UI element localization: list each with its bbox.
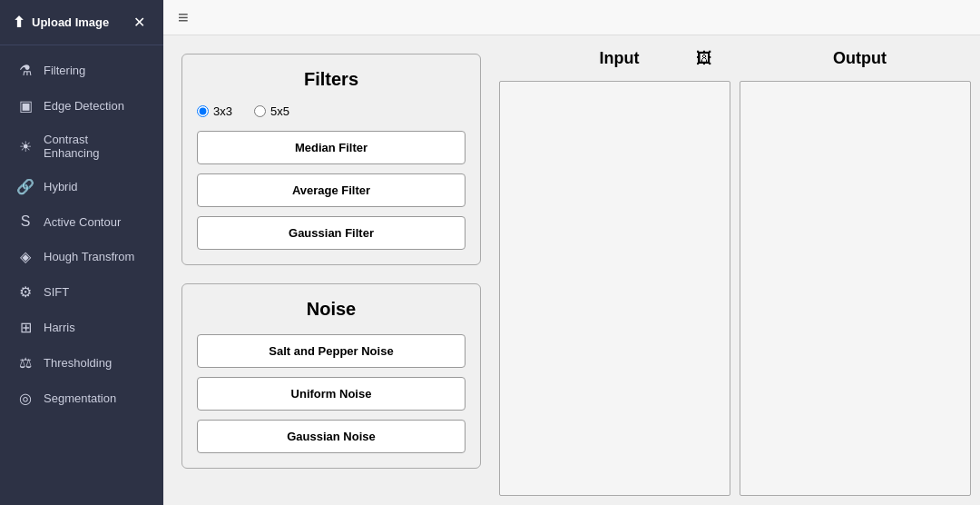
filter-size-radio-group: 3x3 5x5: [197, 104, 466, 118]
sidebar-item-hybrid[interactable]: 🔗Hybrid: [0, 169, 163, 204]
harris-label: Harris: [44, 321, 75, 334]
filters-box: Filters 3x3 5x5 Median Filter Average Fi…: [181, 54, 481, 265]
sidebar-item-thresholding[interactable]: ⚖Thresholding: [0, 345, 163, 381]
sidebar-header: ⬆ Upload Image ✕: [0, 0, 163, 45]
sift-label: SIFT: [44, 285, 69, 299]
segmentation-label: Segmentation: [44, 391, 116, 405]
output-header: Output: [740, 49, 980, 68]
radio-5x5-label[interactable]: 5x5: [254, 104, 289, 118]
sidebar-item-filtering[interactable]: ⚗Filtering: [0, 53, 163, 88]
upload-image-text: Upload Image: [32, 15, 109, 29]
median-filter-button[interactable]: Median Filter: [197, 131, 466, 164]
filtering-icon: ⚗: [16, 62, 34, 79]
output-label: Output: [833, 49, 887, 68]
uniform-noise-button[interactable]: Uniform Noise: [197, 377, 466, 411]
content-area: Filters 3x3 5x5 Median Filter Average Fi…: [163, 35, 980, 505]
gaussian-filter-button[interactable]: Gaussian Filter: [197, 216, 466, 250]
radio-3x3[interactable]: [197, 105, 209, 117]
radio-5x5[interactable]: [254, 105, 266, 117]
noise-box: Noise Salt and Pepper Noise Uniform Nois…: [181, 283, 481, 469]
hamburger-menu[interactable]: ≡: [178, 7, 189, 28]
sidebar-nav: ⚗Filtering▣Edge Detection☀Contrast Enhan…: [0, 45, 163, 505]
sidebar-item-active-contour[interactable]: SActive Contour: [0, 204, 163, 239]
main-area: ≡ Filters 3x3 5x5 Median Filter A: [163, 0, 980, 505]
upload-image-label[interactable]: ⬆ Upload Image: [13, 14, 109, 31]
filters-title: Filters: [197, 69, 466, 90]
harris-icon: ⊞: [16, 319, 34, 336]
sidebar-item-sift[interactable]: ⚙SIFT: [0, 274, 163, 310]
filters-panel: Filters 3x3 5x5 Median Filter Average Fi…: [163, 35, 499, 505]
salt-pepper-noise-button[interactable]: Salt and Pepper Noise: [197, 334, 466, 368]
topbar: ≡: [163, 0, 980, 35]
contrast-enhancing-icon: ☀: [16, 138, 34, 155]
filtering-label: Filtering: [44, 64, 85, 77]
image-panels: Input 🖼 Output: [499, 35, 980, 505]
edge-detection-label: Edge Detection: [44, 99, 124, 113]
input-label: Input: [600, 49, 640, 68]
hough-transform-label: Hough Transfrom: [44, 250, 134, 263]
close-sidebar-button[interactable]: ✕: [128, 12, 151, 33]
input-image-box: [499, 81, 730, 496]
sidebar-item-segmentation[interactable]: ◎Segmentation: [0, 381, 163, 416]
panels-header: Input 🖼 Output: [499, 35, 980, 81]
radio-3x3-label[interactable]: 3x3: [197, 104, 232, 118]
gaussian-noise-button[interactable]: Gaussian Noise: [197, 420, 466, 453]
edge-detection-icon: ▣: [16, 97, 34, 114]
thresholding-label: Thresholding: [44, 356, 112, 370]
contrast-enhancing-label: Contrast Enhancing: [44, 133, 147, 160]
upload-icon-small[interactable]: 🖼: [696, 49, 712, 68]
sidebar: ⬆ Upload Image ✕ ⚗Filtering▣Edge Detecti…: [0, 0, 163, 505]
radio-3x3-text: 3x3: [213, 104, 232, 118]
sidebar-item-harris[interactable]: ⊞Harris: [0, 310, 163, 345]
output-image-box: [740, 81, 971, 496]
upload-icon: ⬆: [13, 14, 24, 31]
hough-transform-icon: ◈: [16, 248, 34, 265]
sidebar-item-hough-transform[interactable]: ◈Hough Transfrom: [0, 239, 163, 274]
hybrid-label: Hybrid: [44, 180, 78, 193]
input-header: Input 🖼: [499, 49, 740, 68]
active-contour-icon: S: [16, 213, 34, 230]
thresholding-icon: ⚖: [16, 354, 34, 371]
sidebar-item-contrast-enhancing[interactable]: ☀Contrast Enhancing: [0, 124, 163, 169]
active-contour-label: Active Contour: [44, 215, 121, 229]
average-filter-button[interactable]: Average Filter: [197, 173, 466, 207]
noise-title: Noise: [197, 299, 466, 320]
sift-icon: ⚙: [16, 283, 34, 301]
segmentation-icon: ◎: [16, 390, 34, 407]
sidebar-item-edge-detection[interactable]: ▣Edge Detection: [0, 88, 163, 124]
radio-5x5-text: 5x5: [270, 104, 289, 118]
hybrid-icon: 🔗: [16, 178, 34, 195]
panels-row: [499, 81, 980, 505]
